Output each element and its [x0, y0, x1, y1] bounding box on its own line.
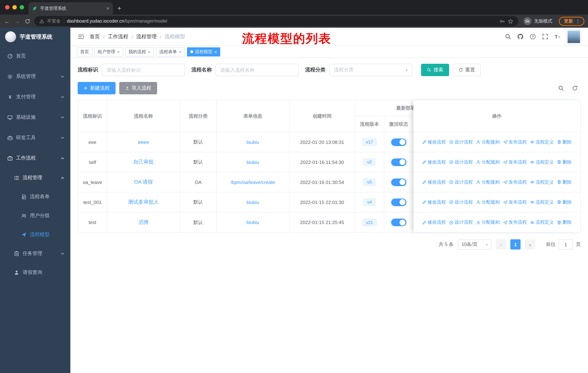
bookmark-star-icon[interactable]: [508, 18, 513, 24]
action-publish[interactable]: 发布流程: [503, 199, 527, 205]
action-delete[interactable]: 删除: [557, 219, 572, 225]
process-name-link[interactable]: 滔博: [138, 219, 148, 226]
action-publish[interactable]: 发布流程: [503, 159, 527, 165]
new-tab-button[interactable]: +: [117, 5, 121, 12]
tag-close-icon[interactable]: ×: [179, 49, 181, 54]
sidebar-item-process-model[interactable]: 流程模型: [0, 225, 70, 244]
action-assign-rule[interactable]: 分配规则: [476, 179, 500, 185]
action-definition[interactable]: 流程定义: [530, 159, 554, 165]
action-definition[interactable]: 流程定义: [530, 179, 554, 185]
browser-menu-icon[interactable]: ⋮: [576, 18, 580, 24]
search-button[interactable]: 搜索: [421, 64, 449, 76]
reset-button[interactable]: 重置: [453, 64, 481, 76]
process-name-input[interactable]: [215, 64, 299, 76]
action-delete[interactable]: 删除: [557, 199, 572, 205]
tag-view[interactable]: 首页: [77, 47, 92, 56]
process-key-input[interactable]: [102, 64, 185, 76]
action-design[interactable]: 设计流程: [449, 139, 473, 145]
create-process-button[interactable]: 新建流程: [78, 82, 116, 94]
sidebar-item-process-form[interactable]: 流程表单: [0, 187, 70, 206]
action-delete[interactable]: 删除: [557, 179, 572, 185]
address-bar[interactable]: 不安全 dashboard.yudao.iocoder.cn/bpm/manag…: [34, 16, 518, 26]
action-publish[interactable]: 发布流程: [503, 139, 527, 145]
import-process-button[interactable]: 导入流程: [119, 82, 157, 94]
zoom-window-button[interactable]: [20, 5, 24, 10]
avatar[interactable]: [567, 30, 581, 43]
update-button[interactable]: 更新 ⋮: [559, 17, 584, 26]
action-assign-rule[interactable]: 分配规则: [476, 219, 500, 225]
sidebar-item-leave-query[interactable]: 请假查询: [0, 263, 70, 282]
action-design[interactable]: 设计流程: [449, 159, 473, 165]
action-assign-rule[interactable]: 分配规则: [476, 159, 500, 165]
tag-view[interactable]: 流程模型×: [187, 47, 220, 56]
action-edit[interactable]: 修改流程: [422, 219, 446, 225]
sidebar-item-workflow[interactable]: 工作流程: [0, 148, 70, 168]
sidebar-item-home[interactable]: 首页: [0, 46, 70, 66]
tag-view[interactable]: 租户管理×: [94, 47, 123, 56]
form-info-link[interactable]: biubiu: [246, 220, 259, 225]
minimize-window-button[interactable]: [12, 5, 17, 10]
tag-view[interactable]: 我的流程×: [125, 47, 154, 56]
process-name-link[interactable]: eeee: [138, 139, 149, 145]
action-design[interactable]: 设计流程: [449, 199, 473, 205]
form-info-link[interactable]: biubiu: [246, 200, 259, 205]
current-page-button[interactable]: 1: [510, 239, 521, 250]
app-logo[interactable]: 芋道管理系统: [0, 28, 70, 46]
sidebar-item-user-group[interactable]: 用户分组: [0, 206, 70, 225]
action-assign-rule[interactable]: 分配规则: [476, 139, 500, 145]
category-select[interactable]: 流程分类 ▾: [329, 64, 412, 76]
action-edit[interactable]: 修改流程: [422, 179, 446, 185]
action-edit[interactable]: 修改流程: [422, 159, 446, 165]
sidebar-item-infrastructure[interactable]: 基础设施: [0, 107, 70, 128]
refresh-table-icon[interactable]: [572, 85, 578, 91]
active-toggle[interactable]: [391, 178, 406, 186]
forward-button[interactable]: →: [14, 18, 21, 24]
github-icon[interactable]: [517, 33, 524, 40]
goto-page-input[interactable]: [558, 239, 573, 250]
next-page-button[interactable]: ›: [525, 239, 535, 250]
password-key-icon[interactable]: [499, 18, 505, 24]
sidebar-collapse-icon[interactable]: [78, 34, 84, 40]
action-publish[interactable]: 发布流程: [503, 179, 527, 185]
page-size-select[interactable]: 10条/页 ▾: [458, 239, 491, 250]
font-size-icon[interactable]: TT: [555, 33, 561, 40]
form-info-link[interactable]: biubiu: [246, 159, 259, 165]
breadcrumb-item[interactable]: 首页: [90, 33, 100, 40]
tag-close-icon[interactable]: ×: [148, 49, 151, 54]
sidebar-item-task-management[interactable]: 任务管理: [0, 244, 70, 263]
action-delete[interactable]: 删除: [557, 159, 572, 165]
action-edit[interactable]: 修改流程: [422, 139, 446, 145]
tag-close-icon[interactable]: ×: [214, 49, 217, 54]
back-button[interactable]: ←: [4, 18, 10, 24]
breadcrumb-item[interactable]: 流程管理: [136, 33, 157, 40]
toggle-search-icon[interactable]: [558, 85, 564, 91]
tab-close-icon[interactable]: ×: [106, 5, 109, 11]
process-name-link[interactable]: 自己审批: [133, 159, 154, 165]
sidebar-item-process-management[interactable]: 流程管理: [0, 168, 70, 187]
reload-button[interactable]: [24, 18, 31, 24]
search-icon[interactable]: [505, 33, 511, 40]
fullscreen-icon[interactable]: [542, 33, 548, 40]
action-definition[interactable]: 流程定义: [530, 199, 554, 205]
form-info-link[interactable]: biubiu: [246, 139, 259, 145]
action-design[interactable]: 设计流程: [449, 219, 473, 225]
sidebar-item-dev-tools[interactable]: 研发工具: [0, 128, 70, 148]
process-name-link[interactable]: 测试多审批人: [128, 199, 159, 205]
sidebar-item-system-management[interactable]: 系统管理: [0, 66, 70, 87]
breadcrumb-item[interactable]: 工作流程: [108, 33, 128, 40]
action-assign-rule[interactable]: 分配规则: [476, 199, 500, 205]
help-icon[interactable]: ?: [530, 33, 536, 40]
action-definition[interactable]: 流程定义: [530, 219, 554, 225]
close-window-button[interactable]: [5, 5, 10, 10]
action-delete[interactable]: 删除: [557, 139, 572, 145]
sidebar-item-payment-management[interactable]: ¥支付管理: [0, 87, 70, 107]
tag-view[interactable]: 流程表单×: [156, 47, 185, 56]
tag-close-icon[interactable]: ×: [117, 49, 120, 54]
form-info-link[interactable]: /bpm/oa/leave/create: [231, 179, 275, 185]
active-toggle[interactable]: [391, 158, 406, 166]
action-publish[interactable]: 发布流程: [503, 219, 527, 225]
active-toggle[interactable]: [391, 219, 406, 226]
action-edit[interactable]: 修改流程: [422, 199, 446, 205]
active-toggle[interactable]: [391, 138, 406, 146]
action-design[interactable]: 设计流程: [449, 179, 473, 185]
